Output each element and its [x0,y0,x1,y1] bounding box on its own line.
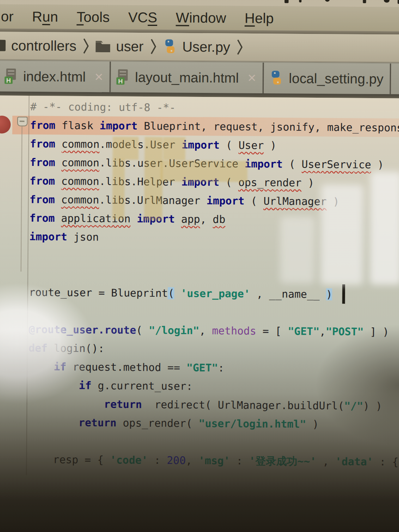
breadcrumb-label: controllers [11,37,77,54]
tab-label: local_setting.py [289,70,383,87]
code-token: route_user = Blueprint [29,286,168,299]
code-token: ( [245,195,264,207]
menu-item-vcs[interactable]: VCS [128,9,157,26]
python-file-icon [269,70,284,86]
code-token [55,212,61,224]
code-token: import [137,213,175,225]
python-icon [162,39,178,55]
code-token: from [30,212,55,224]
html-file-icon: H [4,68,18,85]
chevron-right-icon [237,39,243,55]
titlebar-fragment [363,0,366,3]
code-line: from application import app, db [30,209,399,230]
code-token: methods [212,325,256,337]
code-token: : [218,362,224,374]
code-token: : [230,455,249,467]
code-token: "POST" [326,325,363,338]
code-token: "/login" [149,324,200,337]
breakpoint-icon[interactable] [0,116,11,134]
editor-tabs: Hindex.html×Hlayout_main.html×local_sett… [0,60,399,94]
menu-item-tools[interactable]: Tools [77,9,110,25]
code-token: import [245,158,282,170]
code-token: 'user_page' [181,287,250,300]
code-token: if [79,379,91,392]
menu-item-or[interactable]: or [1,8,14,25]
code-token: g.current_user: [91,380,193,392]
code-token: ) [306,418,319,430]
tab-layout_main-html[interactable]: Hlayout_main.html× [111,61,264,93]
code-line: return redirect( UrlManager.buildUrl("/"… [28,394,399,416]
code-line: from common.libs.user.UserService import… [30,153,399,174]
code-line: from common.models.User import ( User ) [30,134,399,156]
code-token: UserService [302,158,371,171]
code-token: json [67,231,99,243]
code-editor[interactable]: # -*- coding: utf-8 -*-from flask import… [0,95,399,532]
code-line: @route_user.route( "/login", methods = [… [29,320,399,341]
code-token [130,213,137,225]
svg-text:H: H [118,77,123,85]
code-token: return [79,416,117,429]
code-token: ( [219,176,239,189]
code-token [28,361,54,373]
code-token: .models.User [99,138,182,151]
code-token [28,379,79,391]
code-token: , [200,213,213,225]
code-token: ( [282,158,302,170]
code-token: UrlManager [263,195,327,207]
code-token: 'code' [110,454,148,466]
code-token: .libs.user.UserService [99,157,245,170]
menu-item-run[interactable]: Run [32,8,58,25]
code-token: .libs.UrlManager [99,194,207,207]
breadcrumb-item-controllers[interactable]: controllers [11,37,77,54]
titlebar-fragment [284,0,288,3]
tab-label: layout_main.html [135,69,239,86]
code-token: application [61,212,130,225]
code-token [55,156,61,168]
code-token: ( [219,139,239,152]
code-token: ) [327,195,340,208]
menubar: orRunToolsVCSWindowHelp [0,4,399,32]
menu-item-help[interactable]: Help [245,10,274,26]
code-token: from [30,119,55,132]
code-token: @route_user.route [29,323,136,336]
code-token: = [ [256,325,288,337]
html-file-icon: H [116,69,130,86]
code-fold-range-line [21,126,23,272]
tab-close-icon[interactable]: × [248,69,257,87]
tab-close-icon[interactable]: × [95,68,103,85]
code-token: : [148,454,167,467]
code-token: ) [302,177,314,189]
code-line: import json [29,227,399,248]
code-token: ( [136,324,149,337]
code-line: if request.method == "GET": [28,357,399,378]
code-token: ] ) [363,326,389,338]
code-token: ( [168,287,174,299]
svg-text:H: H [6,77,11,84]
code-token [28,416,79,429]
breadcrumb-label: user [116,38,144,55]
titlebar-fragment [299,0,302,2]
code-line: if g.current_user: [28,376,399,397]
code-line: from flask import Blueprint, request, js… [30,116,399,137]
breadcrumb-item-user-py[interactable]: User.py [162,39,230,55]
tab-local_setting-py[interactable]: local_setting.py [264,63,391,94]
code-line [29,264,399,286]
code-line: def login(): [28,339,399,360]
code-token: import [182,176,219,188]
code-fold-toggle[interactable] [17,116,28,126]
code-token: request.method == [66,361,186,374]
code-token: , __name__ [250,288,326,301]
code-token: .libs.Helper [99,175,182,188]
code-token [28,398,104,410]
code-token: ops_render( [117,417,199,430]
code-token: def [28,342,47,354]
code-token: : {} } [373,456,399,468]
breadcrumb-item-user[interactable]: user [95,38,144,54]
project-icon [0,40,6,51]
code-token: login(): [47,342,105,355]
menu-item-window[interactable]: Window [176,10,226,26]
tab-index-html[interactable]: Hindex.html× [0,61,111,92]
code-token: ) ) [363,400,382,412]
code-line: from common.libs.Helper import ( ops_ren… [30,171,399,193]
code-token: , [199,325,212,337]
